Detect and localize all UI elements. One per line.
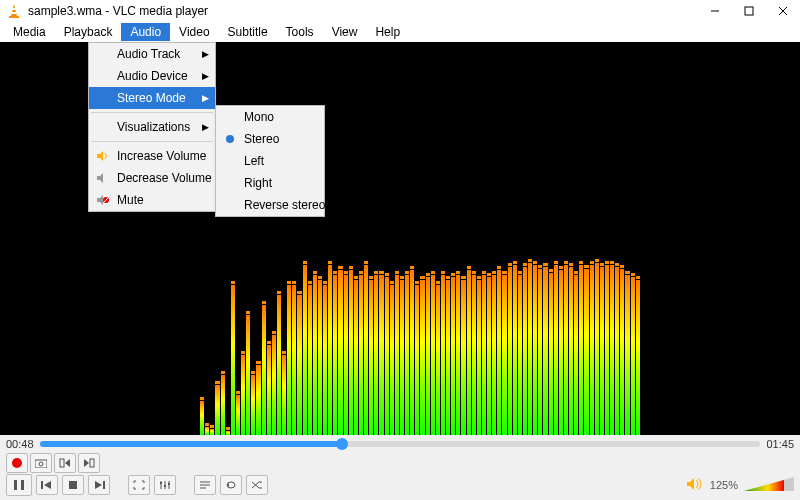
menu-item-audio-track[interactable]: Audio Track▶ (89, 43, 215, 65)
spectrum-bar (615, 267, 619, 435)
snapshot-button[interactable] (30, 453, 52, 473)
spectrum-bar (313, 275, 317, 435)
volume-up-icon (95, 150, 111, 162)
stop-icon (68, 480, 78, 490)
next-button[interactable] (88, 475, 110, 495)
menu-item-audio-device[interactable]: Audio Device▶ (89, 65, 215, 87)
menu-separator (91, 112, 213, 113)
frame-back-button[interactable] (54, 453, 76, 473)
spectrum-bar (205, 427, 209, 435)
record-button[interactable] (6, 453, 28, 473)
spectrum-bar (379, 275, 383, 435)
spectrum-bar (395, 275, 399, 435)
spectrum-bar (390, 285, 394, 435)
menu-item-mono[interactable]: Mono (216, 106, 324, 128)
volume-slider[interactable] (744, 477, 794, 493)
spectrum-bar (472, 275, 476, 435)
spectrum-bar (262, 305, 266, 435)
svg-rect-13 (35, 460, 47, 468)
spectrum-bar (533, 265, 537, 435)
spectrum-bar (344, 275, 348, 435)
minimize-button[interactable] (698, 0, 732, 22)
previous-button[interactable] (36, 475, 58, 495)
svg-marker-8 (97, 151, 103, 161)
spectrum-bar (513, 265, 517, 435)
menu-media[interactable]: Media (4, 23, 55, 41)
menu-item-increase-volume[interactable]: Increase Volume (89, 145, 215, 167)
menu-item-decrease-volume[interactable]: Decrease Volume (89, 167, 215, 189)
svg-marker-22 (44, 481, 51, 489)
menu-view[interactable]: View (323, 23, 367, 41)
seek-fill (40, 441, 343, 447)
svg-marker-16 (65, 459, 70, 467)
spectrum-bar (374, 275, 378, 435)
spectrum-bar (482, 275, 486, 435)
spectrum-bar (385, 277, 389, 435)
playlist-button[interactable] (194, 475, 216, 495)
spectrum-bar (528, 263, 532, 435)
svg-rect-5 (745, 7, 753, 15)
title-bar: sample3.wma - VLC media player (0, 0, 800, 22)
menu-subtitle[interactable]: Subtitle (219, 23, 277, 41)
spectrum-bar (636, 280, 640, 435)
stop-button[interactable] (62, 475, 84, 495)
spectrum-visualization (200, 235, 640, 435)
volume-control: 125% (686, 477, 794, 494)
maximize-button[interactable] (732, 0, 766, 22)
spectrum-bar (410, 270, 414, 435)
spectrum-bar (272, 335, 276, 435)
menu-item-visualizations[interactable]: Visualizations▶ (89, 116, 215, 138)
chevron-right-icon: ▶ (202, 93, 209, 103)
chevron-right-icon: ▶ (202, 49, 209, 59)
spectrum-bar (349, 270, 353, 435)
menu-help[interactable]: Help (366, 23, 409, 41)
extended-settings-button[interactable] (154, 475, 176, 495)
fullscreen-button[interactable] (128, 475, 150, 495)
menu-audio[interactable]: Audio (121, 23, 170, 41)
spectrum-bar (518, 275, 522, 435)
chevron-right-icon: ▶ (202, 71, 209, 81)
pause-button[interactable] (6, 474, 32, 496)
menu-item-stereo[interactable]: Stereo (216, 128, 324, 150)
close-button[interactable] (766, 0, 800, 22)
frame-forward-button[interactable] (78, 453, 100, 473)
menu-playback[interactable]: Playback (55, 23, 122, 41)
spectrum-bar (308, 285, 312, 435)
time-total: 01:45 (766, 438, 794, 450)
spectrum-bar (241, 355, 245, 435)
menu-video[interactable]: Video (170, 23, 218, 41)
spectrum-bar (277, 295, 281, 435)
spectrum-bar (333, 275, 337, 435)
spectrum-bar (584, 269, 588, 435)
spectrum-bar (267, 345, 271, 435)
volume-down-icon (95, 172, 111, 184)
svg-rect-19 (14, 480, 17, 490)
seek-knob[interactable] (336, 438, 348, 450)
spectrum-bar (508, 267, 512, 435)
menu-tools[interactable]: Tools (277, 23, 323, 41)
record-toolbar (6, 453, 100, 473)
loop-button[interactable] (220, 475, 242, 495)
menu-item-left[interactable]: Left (216, 150, 324, 172)
loop-icon (225, 480, 237, 490)
playlist-icon (199, 480, 211, 490)
spectrum-bar (287, 285, 291, 435)
spectrum-bar (497, 270, 501, 435)
spectrum-bar (426, 277, 430, 435)
spectrum-bar (354, 280, 358, 435)
spectrum-bar (292, 285, 296, 435)
skip-next-icon (93, 480, 105, 490)
spectrum-bar (574, 275, 578, 435)
spectrum-bar (236, 395, 240, 435)
svg-marker-36 (687, 478, 694, 490)
seek-slider[interactable] (40, 441, 761, 447)
svg-rect-21 (41, 481, 43, 489)
shuffle-button[interactable] (246, 475, 268, 495)
spectrum-bar (231, 285, 235, 435)
speaker-icon[interactable] (686, 477, 704, 494)
menu-item-mute[interactable]: Mute (89, 189, 215, 211)
menu-item-reverse-stereo[interactable]: Reverse stereo (216, 194, 324, 216)
menu-item-right[interactable]: Right (216, 172, 324, 194)
svg-rect-1 (12, 8, 16, 10)
menu-item-stereo-mode[interactable]: Stereo Mode▶ (89, 87, 215, 109)
